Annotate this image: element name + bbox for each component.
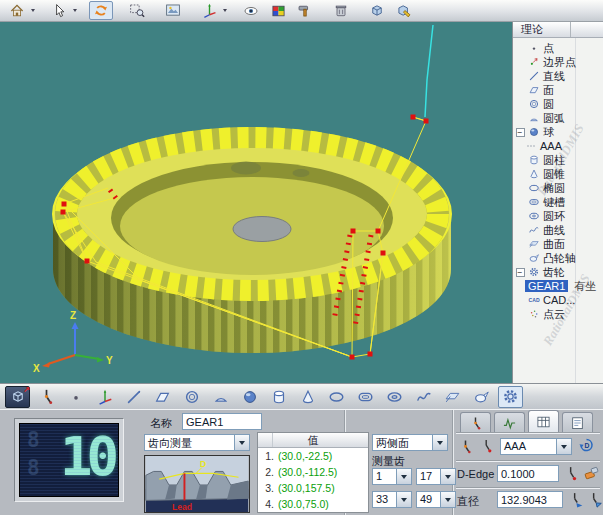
csys-dropdown-caret[interactable] [223,9,227,12]
dropdown-button[interactable] [397,491,412,508]
snapshot-button[interactable] [161,1,185,20]
tree-item-gear[interactable]: 齿轮 [513,265,603,279]
point-icon [67,388,85,406]
rotate-view-button[interactable] [89,1,113,20]
camshaft-feature-button[interactable] [469,386,494,408]
solid-select-button[interactable] [365,1,389,20]
list-item[interactable]: 4.(30.0,75.0) [258,496,368,512]
circle-feature-button[interactable] [179,386,204,408]
probe-select[interactable]: AAA [500,438,572,455]
line-feature-button[interactable] [121,386,146,408]
dropdown-button[interactable] [433,434,448,451]
arc-icon [528,112,540,124]
tree-item-curve[interactable]: 曲线 [513,223,603,237]
point-feature-button[interactable] [63,386,88,408]
tree-item-point[interactable]: 点 [513,41,603,55]
tree-item-slot[interactable]: 键槽 [513,195,603,209]
tree-header[interactable]: 理论 [513,22,603,38]
graph-tab[interactable] [494,412,525,432]
tools-button[interactable] [293,1,317,20]
torus-icon [385,388,404,406]
list-item[interactable]: 2.(30.0,-112.5) [258,464,368,480]
plane-feature-button[interactable] [150,386,175,408]
probe-config-button[interactable] [456,437,475,455]
tree-header-label: 理论 [513,22,571,37]
tree-item-line[interactable]: 直线 [513,69,603,83]
rotate-d-button[interactable] [577,436,596,454]
torus-feature-button[interactable] [382,386,407,408]
arc-feature-button[interactable] [208,386,233,408]
tree-item-cylinder[interactable]: 圆柱 [513,153,603,167]
tree-item-gear1[interactable]: GEAR1有坐 [513,279,603,293]
chevron-down-icon [437,441,443,445]
list-item[interactable]: 3.(30.0,157.5) [258,480,368,496]
tooth-1-spinner[interactable]: 1 [372,468,412,485]
tree-item-cone[interactable]: 圆锥 [513,167,603,181]
surface-feature-button[interactable] [440,386,465,408]
dropdown-button[interactable] [397,468,412,485]
home-dropdown-caret[interactable] [31,9,35,12]
d-edge-input[interactable] [497,465,559,482]
tree-item-aaa[interactable]: AAA [513,139,603,153]
cylinder-feature-button[interactable] [266,386,291,408]
tree-item-ellipse[interactable]: 椭圆 [513,181,603,195]
tree-item-circle[interactable]: 圆 [513,97,603,111]
cone-feature-button[interactable] [295,386,320,408]
measure-value-list[interactable]: 值 1.(30.0,-22.5) 2.(30.0,-112.5) 3.(30.0… [257,432,369,513]
measured-feature-button[interactable] [5,386,30,408]
tree-item-surface[interactable]: 曲面 [513,237,603,251]
home-button[interactable] [5,1,29,20]
solid-edit-button[interactable] [392,1,416,20]
coordinate-system-button[interactable] [197,1,221,20]
tree-item-camshaft[interactable]: 凸轮轴 [513,251,603,265]
diameter-input[interactable] [497,491,563,508]
viewport-3d[interactable]: Z X Y [0,22,512,383]
ellipse-feature-button[interactable] [324,386,349,408]
probe-cone-button[interactable] [585,490,603,508]
probe-icon [467,415,484,431]
flank-select[interactable]: 两侧面 [372,434,448,451]
zoom-window-button[interactable] [125,1,149,20]
sphere-feature-button[interactable] [237,386,262,408]
select-cursor-button[interactable] [47,1,71,20]
tree-item-pointcloud[interactable]: 点云 [513,307,603,321]
tree-item-plane[interactable]: 面 [513,83,603,97]
measure-mode-select[interactable]: 齿向测量 [144,434,250,451]
table-tab[interactable] [528,410,559,432]
curve-icon [415,388,433,406]
tooth-3-spinner[interactable]: 33 [372,491,412,508]
cursor-dropdown-caret[interactable] [73,9,77,12]
probe-point-button[interactable] [562,464,581,482]
probe-direction-button[interactable] [566,490,585,508]
dropdown-button[interactable] [441,491,456,508]
slot-feature-button[interactable] [353,386,378,408]
dropdown-button[interactable] [441,468,456,485]
tree-item-boundary-point[interactable]: 边界点 [513,55,603,69]
color-palette-button[interactable] [266,1,290,20]
tree-item-cad[interactable]: CAD... [513,293,603,307]
probe-tab[interactable] [460,412,491,432]
gear-feature-button[interactable] [498,386,523,408]
csys-feature-button[interactable] [92,386,117,408]
tooth-4-spinner[interactable]: 49 [416,491,456,508]
curve-feature-button[interactable] [411,386,436,408]
report-tab[interactable] [562,412,593,432]
delete-button[interactable] [329,1,353,20]
list-item[interactable]: 1.(30.0,-22.5) [258,448,368,464]
probe-pick-button[interactable] [477,437,496,455]
probe-button[interactable] [34,386,59,408]
visibility-button[interactable] [239,1,263,20]
dropdown-button[interactable] [235,434,250,451]
erase-button[interactable] [582,464,601,482]
name-label: 名称 [150,416,172,431]
feature-name-input[interactable] [182,413,262,430]
tooth-2-spinner[interactable]: 17 [416,468,456,485]
tree-item-arc[interactable]: 圆弧 [513,111,603,125]
tree-item-sphere[interactable]: 球 [513,125,603,139]
dropdown-button[interactable] [557,438,572,455]
solid-edit-icon [395,2,413,19]
collapse-icon[interactable] [516,268,525,277]
collapse-icon[interactable] [516,128,525,137]
circle-icon [528,98,540,110]
tree-item-torus[interactable]: 圆环 [513,209,603,223]
